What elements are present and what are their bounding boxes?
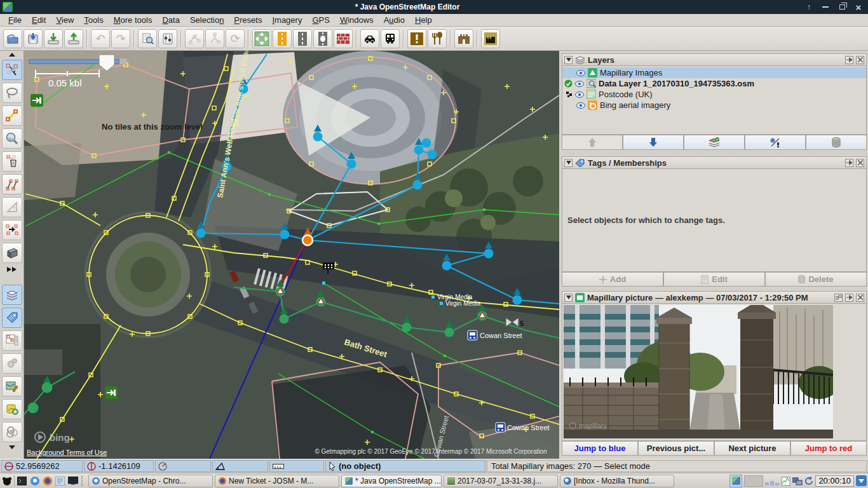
hazard-preset-button[interactable]	[407, 29, 426, 48]
layer-opacity-button[interactable]	[745, 135, 806, 150]
menu-view[interactable]: View	[51, 15, 78, 25]
collapse-panel-icon[interactable]	[564, 56, 573, 64]
layer-row-data[interactable]: Data Layer 1_20170310_194735363.osm	[562, 78, 866, 89]
layer-row-postcode[interactable]: Postcode (UK)	[562, 89, 866, 100]
tags-dialog-toggle[interactable]	[2, 308, 22, 328]
preferences-search-button[interactable]	[138, 29, 157, 48]
car-preset-button[interactable]	[360, 29, 379, 48]
visibility-eye-icon[interactable]	[576, 70, 585, 76]
panel-hide-button[interactable]	[856, 475, 867, 486]
layers-dialog-toggle[interactable]	[2, 285, 22, 305]
collapse-panel-icon[interactable]	[564, 294, 573, 302]
road-preset-button[interactable]	[293, 29, 312, 48]
files-launcher[interactable]	[55, 475, 65, 486]
wall-preset-button[interactable]	[334, 29, 353, 48]
taskbar-window-chromium[interactable]: OpenStreetMap - Chro...	[88, 475, 213, 487]
map-canvas[interactable]: Saint Ann's Well Road Saint Ann's Well R…	[24, 51, 559, 459]
edit-tag-button[interactable]: Edit	[663, 272, 765, 287]
toolbar-overflow-button[interactable]	[6, 264, 18, 274]
previous-picture-button[interactable]: Previous pict...	[638, 441, 714, 456]
close-panel-icon[interactable]	[856, 294, 864, 302]
toolbar-scroll-up[interactable]	[8, 51, 16, 58]
menu-windows[interactable]: Windows	[336, 15, 378, 25]
menu-imagery[interactable]: Imagery	[268, 15, 306, 25]
close-panel-icon[interactable]	[856, 56, 864, 64]
restore-button[interactable]	[835, 2, 849, 12]
menu-selection[interactable]: Selection	[186, 15, 228, 25]
delete-mode-button[interactable]	[2, 151, 22, 172]
add-tag-button[interactable]: Add	[562, 272, 663, 287]
jump-to-red-button[interactable]: Jump to red	[790, 441, 867, 456]
menu-gps[interactable]: GPS	[308, 15, 334, 25]
merge-layer-button[interactable]	[684, 135, 745, 150]
draw-node-button[interactable]	[2, 105, 22, 126]
parallel-way-button[interactable]	[2, 174, 22, 194]
upload-data-button[interactable]	[64, 29, 83, 48]
shade-window-button[interactable]	[802, 2, 816, 12]
mapillary-photo[interactable]: mapillary	[564, 305, 833, 438]
restaurant-preset-button[interactable]	[428, 29, 447, 48]
object-info-field: (no object)	[325, 460, 485, 472]
menu-edit[interactable]: Edit	[27, 15, 50, 25]
building-tool-button[interactable]	[2, 243, 22, 263]
xfce-menu-button[interactable]	[1, 475, 12, 486]
stick-panel-icon[interactable]	[845, 159, 853, 167]
chromium-launcher[interactable]	[29, 475, 40, 486]
move-layer-down-button[interactable]	[623, 135, 684, 150]
firefox-launcher[interactable]	[42, 475, 53, 486]
visibility-eye-icon[interactable]	[575, 92, 584, 98]
menu-presets[interactable]: Presets	[229, 15, 266, 25]
toolbar-scroll-down[interactable]	[8, 444, 16, 451]
visibility-eye-icon[interactable]	[575, 81, 584, 87]
menu-data[interactable]: Data	[158, 15, 184, 25]
menu-tools[interactable]: Tools	[79, 15, 107, 25]
merge-nodes-button[interactable]	[2, 220, 22, 240]
menu-more-tools[interactable]: More tools	[109, 15, 157, 25]
presets-dialog-toggle[interactable]	[2, 399, 22, 419]
taskbar-window-josm[interactable]: * Java OpenStreetMap ...	[341, 475, 442, 487]
tray-refresh-icon[interactable]	[804, 477, 813, 485]
taskbar-window-firefox[interactable]: New Ticket - JOSM - M...	[215, 475, 339, 487]
bus-preset-button[interactable]	[381, 29, 400, 48]
castle-preset-button[interactable]	[454, 29, 473, 48]
menu-help[interactable]: Help	[410, 15, 437, 25]
lasso-mode-button[interactable]	[2, 83, 22, 103]
delete-tag-button[interactable]: Delete	[765, 272, 867, 287]
motorway-preset-button[interactable]	[273, 29, 292, 48]
preferences-button[interactable]	[158, 29, 177, 48]
mappaint-dialog-toggle[interactable]	[2, 376, 22, 396]
visibility-eye-icon[interactable]	[576, 102, 585, 109]
relations-dialog-toggle[interactable]	[2, 330, 22, 351]
works-preset-button[interactable]	[481, 29, 500, 48]
styles-dialog-toggle[interactable]	[2, 422, 22, 442]
menu-audio[interactable]: Audio	[379, 15, 409, 25]
display-launcher[interactable]	[67, 475, 78, 486]
taskbar-window-thunderbird[interactable]: [Inbox - Mozilla Thund...	[560, 475, 674, 487]
zoom-to-data-button[interactable]	[252, 29, 271, 48]
stick-panel-icon[interactable]	[845, 294, 853, 302]
tray-display-icon[interactable]	[792, 477, 803, 485]
jump-to-blue-button[interactable]: Jump to blue	[562, 441, 638, 456]
zoom-mode-button[interactable]	[2, 128, 22, 149]
delete-layer-button[interactable]	[806, 135, 867, 150]
layer-row-bing[interactable]: Bing aerial imagery	[562, 100, 866, 111]
crossing-preset-button[interactable]	[313, 29, 332, 48]
next-picture-button[interactable]: Next picture	[714, 441, 790, 456]
download-data-button[interactable]	[44, 29, 63, 48]
taskbar-window-image[interactable]: 2017-03-07_13-31-38.j...	[444, 475, 558, 487]
select-mode-button[interactable]	[2, 60, 22, 80]
collapse-panel-icon[interactable]	[564, 159, 573, 167]
terminal-launcher[interactable]	[17, 475, 27, 486]
close-button[interactable]	[851, 2, 865, 12]
detach-panel-icon[interactable]	[834, 294, 843, 302]
open-file-button[interactable]	[3, 29, 22, 48]
layer-row-mapillary[interactable]: Mapillary Images	[562, 67, 866, 78]
minimize-button[interactable]	[818, 2, 832, 12]
stick-panel-icon[interactable]	[845, 56, 853, 64]
menu-file[interactable]: File	[4, 15, 26, 25]
close-panel-icon[interactable]	[856, 159, 864, 167]
tray-josm-icon[interactable]	[729, 475, 742, 487]
taskbar-clock[interactable]: 20:00:10	[815, 475, 854, 487]
save-button[interactable]	[24, 29, 43, 48]
terms-of-use-link[interactable]: Background Terms of Use	[27, 449, 107, 456]
